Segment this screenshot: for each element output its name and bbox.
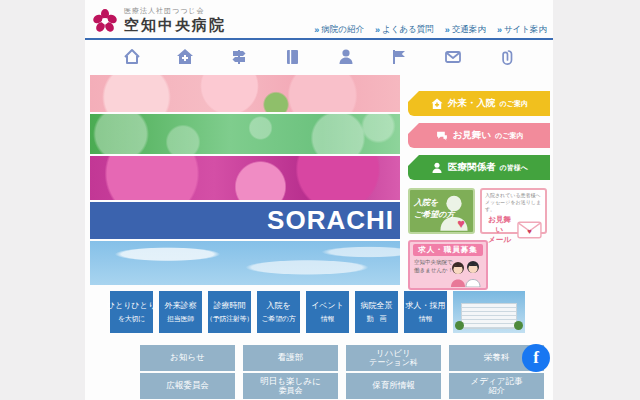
content-area: 医療法人社団つつじ会 空知中央病院 » 病院の紹介 » よくある質問 » 交通案…	[85, 0, 553, 400]
bottomlink-pr-committee[interactable]: 広報委員会	[140, 373, 235, 399]
quicklink-hospital-video[interactable]: 病院全景 動 画	[355, 291, 398, 333]
quicklink-outpatient-doctors[interactable]: 外来診察 担当医師	[159, 291, 202, 333]
bottom-links-row1: お知らせ 看護部 リハビリ テーション科 栄養科	[140, 345, 544, 371]
side-cards: 入院を ご希望の方 ♥ 入院されている患者様へメッセージをお送りします。 お見舞…	[408, 188, 550, 234]
mail-card-bottom: お見舞い メール ♥	[485, 215, 542, 244]
brand-organization: 医療法人社団つつじ会	[124, 6, 226, 16]
quicklink-line1: ひとりひとり	[107, 300, 156, 311]
bottomlink-line1: 栄養科	[484, 353, 510, 363]
mail-card-label: お見舞い メール	[485, 215, 514, 244]
quicklink-line2: 情報	[419, 314, 432, 324]
bottomlink-line2: 委員会	[279, 386, 303, 395]
bottomlink-line1: リハビリ	[376, 349, 411, 359]
hospital-building-photo[interactable]	[453, 291, 525, 333]
quicklink-line2: ご希望の方	[262, 314, 296, 324]
side-button-label: 外来・入院	[448, 97, 496, 110]
svg-text:♥: ♥	[527, 226, 532, 235]
envelope-icon[interactable]	[443, 47, 463, 67]
topnav-hospital-intro[interactable]: » 病院の紹介	[314, 24, 364, 36]
bottomlink-tomorrow-committee[interactable]: 明日も楽しみに 委員会	[243, 373, 338, 399]
mail-card-note: 入院されている患者様へメッセージをお送りします。	[485, 192, 542, 213]
side-column: 外来・入院 のご案内 お見舞い のご案内 医療関係者 の皆様へ 入院を ご希望の…	[408, 88, 550, 290]
quicklink-line1: 病院全景	[361, 300, 393, 311]
quicklink-consultation-hours[interactable]: 診療時間 （予防注射等）	[208, 291, 251, 333]
side-button-label: お見舞い	[453, 129, 491, 142]
quicklink-recruit-info[interactable]: 求人・採用 情報	[404, 291, 447, 333]
outpatient-inpatient-guide-button[interactable]: 外来・入院 のご案内	[408, 91, 550, 116]
recruit-card[interactable]: 求人・職員募集 空知中央病院で 働きませんか！	[408, 240, 488, 290]
flag-icon[interactable]	[389, 47, 409, 67]
side-button-label: 医療関係者	[448, 161, 496, 174]
medical-staff-characters-icon	[446, 259, 484, 287]
hospital-home-icon	[430, 97, 444, 111]
chat-bubbles-icon	[435, 129, 449, 143]
admission-card-text: 入院を ご希望の方	[414, 197, 454, 221]
tree-graphic	[455, 321, 464, 330]
book-icon[interactable]	[282, 47, 302, 67]
quicklink-line2: 担当医師	[167, 314, 194, 324]
topnav-label: サイト案内	[504, 24, 547, 36]
bottomlink-line1: 保育所情報	[372, 381, 415, 391]
heart-icon: ♥	[457, 216, 465, 231]
bottomlink-nursing-dept[interactable]: 看護部	[243, 345, 338, 371]
topnav-label: 交通案内	[452, 24, 486, 36]
bottomlink-news[interactable]: お知らせ	[140, 345, 235, 371]
topnav-label: よくある質問	[382, 24, 434, 36]
topnav-faq[interactable]: » よくある質問	[375, 24, 434, 36]
topnav-sitemap[interactable]: » サイト案内	[497, 24, 547, 36]
side-button-sublabel: のご案内	[495, 131, 523, 141]
chevrons-right-icon: »	[445, 25, 450, 35]
recruit-card-title: 求人・職員募集	[413, 244, 483, 256]
banner-headline: SORACHI	[267, 205, 394, 236]
quicklink-admission[interactable]: 入院を ご希望の方	[257, 291, 300, 333]
banner-strip-green-bokeh	[90, 114, 400, 154]
quicklink-motto[interactable]: ひとりひとり を大切に	[110, 291, 153, 333]
quicklink-line1: 外来診察	[165, 300, 197, 311]
bottomlink-media-articles[interactable]: メディア記事 紹介	[449, 373, 544, 399]
bottomlink-line1: 明日も楽しみに	[260, 377, 320, 387]
love-letter-icon: ♥	[517, 221, 542, 239]
quicklink-line2: 情報	[321, 314, 334, 324]
quicklink-events[interactable]: イベント 情報	[306, 291, 349, 333]
top-navigation: » 病院の紹介 » よくある質問 » 交通案内 » サイト案内	[314, 24, 547, 36]
tree-graphic	[514, 321, 523, 330]
topnav-label: 病院の紹介	[321, 24, 364, 36]
bottomlink-rehabilitation[interactable]: リハビリ テーション科	[346, 345, 441, 371]
site-logo[interactable]: 医療法人社団つつじ会 空知中央病院	[91, 6, 226, 35]
main-banner: SORACHI	[90, 75, 400, 285]
brand-text: 医療法人社団つつじ会 空知中央病院	[124, 6, 226, 35]
building-graphic	[461, 303, 517, 329]
banner-strip-magenta-flower	[90, 156, 400, 200]
tsutsuji-flower-logo-icon	[91, 7, 119, 35]
bottomlink-line1: 広報委員会	[166, 381, 209, 391]
side-button-sublabel: のご案内	[500, 99, 528, 109]
bottom-links-row2: 広報委員会 明日も楽しみに 委員会 保育所情報 メディア記事 紹介	[140, 373, 544, 399]
admission-card-line1: 入院を	[414, 197, 454, 209]
icon-navigation-bar	[85, 40, 553, 74]
brand-hospital-name: 空知中央病院	[124, 16, 226, 35]
get-well-mail-card[interactable]: 入院されている患者様へメッセージをお送りします。 お見舞い メール ♥	[480, 188, 547, 234]
quicklink-line1: 求人・採用	[406, 300, 446, 311]
facebook-icon[interactable]: f	[522, 344, 550, 372]
signpost-icon[interactable]	[229, 47, 249, 67]
chevrons-right-icon: »	[314, 25, 319, 35]
person-icon	[430, 161, 444, 175]
topnav-access[interactable]: » 交通案内	[445, 24, 486, 36]
quicklinks-row: ひとりひとり を大切に 外来診察 担当医師 診療時間 （予防注射等） 入院を ご…	[110, 291, 525, 333]
admission-request-card[interactable]: 入院を ご希望の方 ♥	[408, 188, 475, 234]
person-icon[interactable]	[336, 47, 356, 67]
medical-professionals-button[interactable]: 医療関係者 の皆様へ	[408, 155, 550, 180]
home-icon[interactable]	[122, 47, 142, 67]
quicklink-line2: 動 画	[366, 314, 386, 324]
quicklink-line2: を大切に	[118, 314, 145, 324]
mail-label-line2: メール	[485, 235, 514, 245]
hospital-icon[interactable]	[175, 47, 195, 67]
quicklink-line2: （予防注射等）	[206, 314, 253, 324]
banner-title-band: SORACHI	[90, 202, 400, 239]
chevrons-right-icon: »	[497, 25, 502, 35]
bottomlink-nursery-info[interactable]: 保育所情報	[346, 373, 441, 399]
paperclip-icon[interactable]	[496, 47, 516, 67]
page: 医療法人社団つつじ会 空知中央病院 » 病院の紹介 » よくある質問 » 交通案…	[0, 0, 640, 400]
visiting-guide-button[interactable]: お見舞い のご案内	[408, 123, 550, 148]
bottomlink-line1: お知らせ	[170, 353, 205, 363]
